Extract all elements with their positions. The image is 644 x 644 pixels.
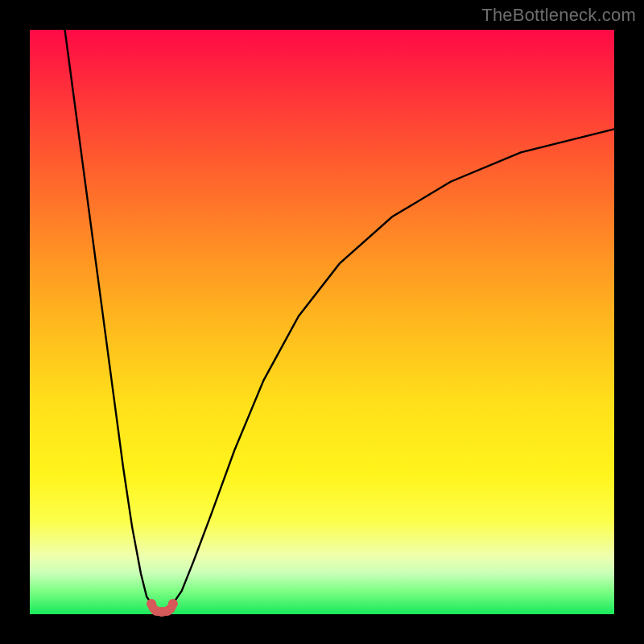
curve-markers: [147, 599, 178, 617]
watermark-text: TheBottleneck.com: [481, 5, 636, 26]
curve-marker: [168, 599, 178, 609]
chart-frame: TheBottleneck.com: [0, 0, 644, 644]
plot-area: [30, 30, 614, 614]
curve-left-arm: [65, 30, 151, 604]
curve-svg: [30, 30, 614, 614]
curve-right-arm: [173, 129, 614, 604]
